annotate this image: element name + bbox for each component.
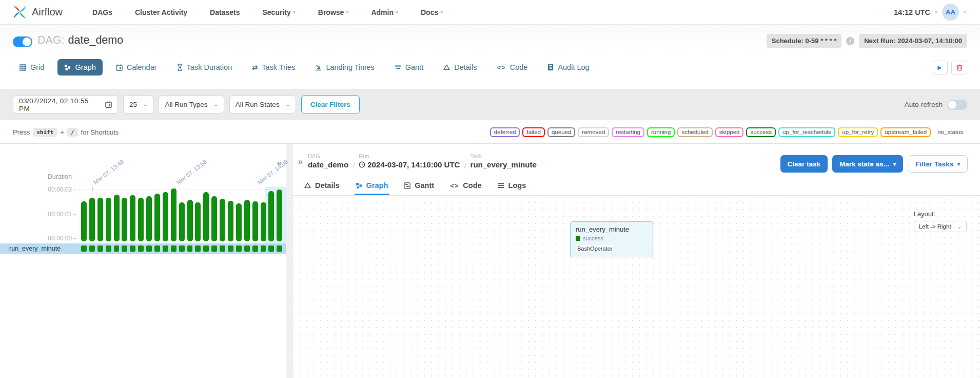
utc-clock[interactable]: 14:12 UTC [894, 8, 930, 16]
nav-item-dags[interactable]: DAGs [92, 8, 112, 16]
detail-tab-logs[interactable]: Logs [497, 177, 527, 195]
dag-run-bar-6[interactable] [130, 195, 135, 241]
expand-panel-icon[interactable]: » [298, 157, 303, 166]
tab-calendar[interactable]: Calendar [109, 59, 164, 75]
dag-run-bar-5[interactable] [122, 198, 127, 241]
dag-run-bar-12[interactable] [179, 202, 185, 241]
page-size-select[interactable]: 25 ⌄ [123, 96, 153, 114]
tab-gantt[interactable]: Gantt [388, 59, 430, 75]
state-badge-skipped[interactable]: skipped [715, 127, 744, 137]
layout-select[interactable]: Left -> Right ⌄ [914, 221, 967, 232]
dag-run-bar-10[interactable] [163, 192, 168, 241]
dag-run-bar-23[interactable] [268, 191, 274, 241]
run-types-select[interactable]: All Run Types ⌄ [159, 96, 224, 114]
task-instance-square-8[interactable] [146, 245, 152, 252]
breadcrumb-task-value[interactable]: run_every_minute [471, 160, 537, 169]
nav-item-admin[interactable]: Admin▾ [371, 8, 398, 16]
task-instance-square-9[interactable] [154, 245, 160, 252]
task-instance-square-1[interactable] [89, 245, 95, 252]
state-badge-scheduled[interactable]: scheduled [677, 127, 712, 137]
task-instance-square-12[interactable] [179, 245, 185, 252]
task-instance-square-0[interactable] [81, 245, 87, 252]
nav-item-security[interactable]: Security▾ [262, 8, 295, 16]
dag-run-bar-2[interactable] [97, 198, 103, 241]
task-instance-square-16[interactable] [211, 245, 217, 252]
detail-tab-graph[interactable]: Graph [355, 177, 389, 195]
dag-run-bar-15[interactable] [203, 192, 209, 241]
task-instance-square-6[interactable] [130, 245, 135, 252]
dag-run-bar-7[interactable] [138, 198, 144, 241]
task-instance-square-3[interactable] [106, 245, 111, 252]
nav-item-browse[interactable]: Browse▾ [318, 8, 349, 16]
tab-details[interactable]: Details [437, 59, 483, 75]
state-badge-up-for-retry[interactable]: up_for_retry [838, 127, 878, 137]
dag-run-bar-1[interactable] [89, 198, 95, 241]
info-icon[interactable]: i [846, 37, 854, 45]
dag-run-bar-3[interactable] [106, 198, 111, 241]
mark-state-button[interactable]: Mark state as... ▾ [832, 155, 903, 173]
task-instance-square-24[interactable] [277, 245, 282, 252]
task-row-label[interactable]: run_every_minute [0, 245, 61, 252]
task-instance-square-19[interactable] [236, 245, 242, 252]
task-instance-square-13[interactable] [187, 245, 193, 252]
tab-graph[interactable]: Graph [57, 59, 102, 75]
task-instance-square-20[interactable] [244, 245, 250, 252]
dag-run-bar-22[interactable] [261, 202, 266, 241]
delete-dag-button[interactable] [951, 61, 967, 74]
nav-item-cluster-activity[interactable]: Cluster Activity [135, 8, 187, 16]
nav-item-docs[interactable]: Docs▾ [421, 8, 443, 16]
task-instance-square-15[interactable] [203, 245, 209, 252]
tab-grid[interactable]: Grid [13, 59, 51, 75]
task-instance-square-5[interactable] [122, 245, 127, 252]
dag-run-bar-0[interactable] [81, 201, 87, 241]
tab-code[interactable]: <>Code [491, 59, 535, 75]
task-instance-square-14[interactable] [195, 245, 201, 252]
dag-run-bar-13[interactable] [187, 200, 193, 241]
state-badge-deferred[interactable]: deferred [490, 127, 520, 137]
tab-landing-times[interactable]: Landing Times [308, 59, 381, 75]
clear-filters-button[interactable]: Clear Filters [301, 95, 360, 114]
task-instance-square-7[interactable] [138, 245, 144, 252]
task-instance-square-2[interactable] [97, 245, 103, 252]
state-badge-restarting[interactable]: restarting [612, 127, 644, 137]
base-date-input[interactable]: 03/07/2024, 02:10:55 PM [13, 96, 118, 114]
state-badge-up-for-reschedule[interactable]: up_for_reschedule [778, 127, 835, 137]
task-instance-square-18[interactable] [228, 245, 233, 252]
clear-task-button[interactable]: Clear task [780, 155, 828, 173]
dag-run-bar-14[interactable] [195, 202, 201, 241]
dag-run-bar-17[interactable] [220, 199, 225, 241]
dag-run-bar-20[interactable] [244, 200, 250, 241]
dag-run-bar-24[interactable] [277, 190, 282, 241]
user-avatar[interactable]: AA [942, 4, 959, 21]
nav-item-datasets[interactable]: Datasets [210, 8, 240, 16]
dag-run-bar-8[interactable] [146, 196, 152, 241]
state-badge-upstream-failed[interactable]: upstream_failed [880, 127, 931, 137]
trigger-dag-button[interactable]: ▶ [932, 61, 948, 74]
run-states-select[interactable]: All Run States ⌄ [229, 96, 296, 114]
detail-tab-code[interactable]: <>Code [449, 177, 482, 195]
state-badge-removed[interactable]: removed [578, 127, 609, 137]
tab-audit-log[interactable]: Audit Log [541, 59, 596, 75]
task-instance-square-22[interactable] [261, 245, 266, 252]
tab-task-tries[interactable]: ⇄Task Tries [245, 59, 302, 75]
breadcrumb-run-value[interactable]: 2024-03-07, 14:10:00 UTC [359, 160, 460, 169]
state-badge-running[interactable]: running [647, 127, 675, 137]
state-badge-failed[interactable]: failed [522, 127, 545, 137]
task-node-run-every-minute[interactable]: run_every_minute success BashOperator [570, 221, 653, 257]
dag-run-bar-9[interactable] [154, 194, 160, 241]
task-instance-square-10[interactable] [163, 245, 168, 252]
state-badge-no-status[interactable]: no_status [933, 127, 967, 137]
filter-tasks-button[interactable]: Filter Tasks ▾ [908, 155, 968, 173]
task-instance-square-4[interactable] [114, 245, 120, 252]
dag-run-bar-21[interactable] [252, 201, 258, 241]
tab-task-duration[interactable]: Task Duration [170, 59, 239, 75]
task-instance-square-21[interactable] [252, 245, 258, 252]
dag-pause-toggle[interactable] [13, 36, 32, 47]
state-badge-success[interactable]: success [746, 127, 776, 137]
airflow-brand-link[interactable]: Airflow [11, 4, 63, 21]
dag-run-bar-11[interactable] [171, 188, 177, 241]
detail-tab-details[interactable]: Details [303, 177, 341, 195]
dag-run-bar-18[interactable] [228, 201, 233, 241]
detail-tab-gantt[interactable]: Gantt [403, 177, 435, 195]
task-instance-square-23[interactable] [268, 245, 274, 252]
